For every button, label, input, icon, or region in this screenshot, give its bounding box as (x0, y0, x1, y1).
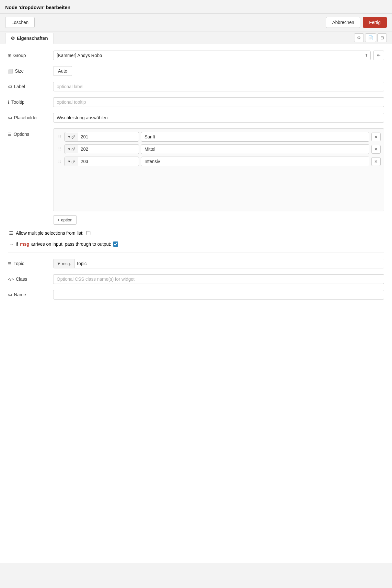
class-row: </> Class (8, 274, 384, 284)
topic-control: ▼ msg. (53, 259, 384, 268)
toolbar-right: Abbrechen Fertig (326, 17, 387, 28)
topic-type-button[interactable]: ▼ msg. (53, 259, 75, 268)
allow-multiple-label: Allow multiple selections from list: (16, 230, 84, 236)
add-option-button[interactable]: + option (53, 215, 77, 225)
option-label-input-2[interactable] (141, 144, 369, 154)
option-delete-btn-3[interactable]: ✕ (371, 157, 381, 166)
size-control: Auto (53, 66, 384, 76)
gear-icon-btn[interactable]: ⚙ (354, 33, 364, 42)
arrow-right-icon: → (9, 241, 14, 247)
tab-icons: ⚙ 📄 ⊞ (354, 33, 387, 42)
topic-label: ☰ Topic (8, 259, 53, 266)
tooltip-label: ℹ Tooltip (8, 97, 53, 105)
group-control: [Kammer] Andys Robo ⬍ ✏ (53, 51, 384, 60)
option-row-1: ⠿ ▼ 09 ✕ (57, 132, 381, 142)
group-icon: ⊞ (8, 53, 11, 58)
placeholder-label: 🏷 Placeholder (8, 113, 53, 120)
option-label-input-1[interactable] (141, 132, 369, 142)
option-type-btn-3[interactable]: ▼ 09 (65, 157, 78, 166)
msg-pass-prefix: If (16, 241, 18, 247)
gear-tab-icon: ⚙ (11, 36, 15, 41)
class-label: </> Class (8, 274, 53, 282)
topic-row: ☰ Topic ▼ msg. (8, 259, 384, 268)
name-label: 🏷 Name (8, 290, 53, 297)
option-value-wrap-1: ▼ 09 (64, 132, 139, 142)
toolbar: Löschen Abbrechen Fertig (0, 14, 392, 31)
group-label: ⊞ Group (8, 51, 53, 58)
tabs-bar: ⚙ Eigenschaften ⚙ 📄 ⊞ (0, 31, 392, 44)
name-row: 🏷 Name (8, 290, 384, 300)
msg-pass-suffix: arrives on input, pass through to output… (31, 241, 111, 247)
option-type-btn-1[interactable]: ▼ 09 (65, 133, 78, 141)
tooltip-input[interactable] (53, 97, 384, 107)
layout-icon-btn[interactable]: ⊞ (377, 33, 387, 42)
name-icon: 🏷 (8, 292, 12, 297)
group-select[interactable]: [Kammer] Andys Robo (53, 51, 371, 60)
name-control (53, 290, 384, 300)
delete-button[interactable]: Löschen (5, 17, 35, 28)
allow-multiple-row: ☰ Allow multiple selections from list: (8, 230, 384, 236)
list-icon: ☰ (9, 230, 13, 236)
toolbar-left: Löschen (5, 17, 323, 28)
label-label: 🏷 Label (8, 82, 53, 89)
option-value-input-1[interactable] (78, 132, 139, 141)
label-row: 🏷 Label (8, 82, 384, 91)
panel-header: Node 'dropdown' bearbeiten (0, 0, 392, 14)
class-input[interactable] (53, 274, 384, 284)
option-type-btn-2[interactable]: ▼ 09 (65, 145, 78, 154)
tab-properties[interactable]: ⚙ Eigenschaften (5, 33, 53, 44)
msg-pass-row: → If msg arrives on input, pass through … (8, 241, 384, 247)
option-value-input-2[interactable] (78, 145, 139, 154)
topic-input-wrap: ▼ msg. (53, 259, 384, 268)
topic-input[interactable] (75, 259, 384, 268)
panel-title: Node 'dropdown' bearbeiten (5, 5, 70, 10)
size-icon: ⬜ (8, 69, 13, 74)
group-edit-button[interactable]: ✏ (373, 51, 384, 60)
msg-pass-checkbox[interactable] (113, 241, 118, 247)
options-label: ☰ Options (8, 128, 53, 137)
size-row: ⬜ Size Auto (8, 66, 384, 76)
drag-handle-1[interactable]: ⠿ (57, 135, 63, 139)
drag-handle-2[interactable]: ⠿ (57, 147, 63, 152)
option-value-wrap-2: ▼ 09 (64, 144, 139, 154)
options-row: ☰ Options ⠿ ▼ 09 ✕ (8, 128, 384, 225)
option-value-wrap-3: ▼ 09 (64, 157, 139, 166)
tooltip-control (53, 97, 384, 107)
tooltip-icon: ℹ (8, 100, 9, 105)
label-input[interactable] (53, 82, 384, 91)
add-option-wrap: + option (53, 214, 384, 225)
size-auto-button[interactable]: Auto (53, 66, 72, 76)
topic-icon: ☰ (8, 261, 12, 266)
label-icon: 🏷 (8, 84, 12, 89)
edit-panel: Node 'dropdown' bearbeiten Löschen Abbre… (0, 0, 392, 588)
group-row: ⊞ Group [Kammer] Andys Robo ⬍ ✏ (8, 51, 384, 60)
size-label: ⬜ Size (8, 66, 53, 74)
option-label-input-3[interactable] (141, 157, 369, 166)
msg-keyword: msg (20, 241, 29, 247)
tooltip-row: ℹ Tooltip (8, 97, 384, 107)
placeholder-input[interactable] (53, 113, 384, 123)
group-select-wrap: [Kammer] Andys Robo ⬍ (53, 51, 371, 60)
option-delete-btn-1[interactable]: ✕ (371, 133, 381, 141)
drag-handle-3[interactable]: ⠿ (57, 159, 63, 164)
option-delete-btn-2[interactable]: ✕ (371, 145, 381, 154)
content-area: ⊞ Group [Kammer] Andys Robo ⬍ ✏ ⬜ Size A (0, 44, 392, 563)
class-control (53, 274, 384, 284)
label-control (53, 82, 384, 91)
placeholder-row: 🏷 Placeholder (8, 113, 384, 123)
placeholder-control (53, 113, 384, 123)
name-input[interactable] (53, 290, 384, 300)
tab-properties-label: Eigenschaften (17, 36, 48, 41)
class-icon: </> (8, 277, 14, 282)
options-empty-space (57, 169, 381, 208)
options-icon: ☰ (8, 132, 12, 137)
option-row-3: ⠿ ▼ 09 ✕ (57, 157, 381, 166)
option-value-input-3[interactable] (78, 157, 139, 166)
cancel-button[interactable]: Abbrechen (326, 17, 360, 28)
placeholder-icon: 🏷 (8, 115, 12, 120)
allow-multiple-checkbox[interactable] (86, 231, 90, 235)
divider (8, 253, 384, 253)
document-icon-btn[interactable]: 📄 (365, 33, 376, 42)
option-row-2: ⠿ ▼ 09 ✕ (57, 144, 381, 154)
done-button[interactable]: Fertig (363, 17, 387, 28)
